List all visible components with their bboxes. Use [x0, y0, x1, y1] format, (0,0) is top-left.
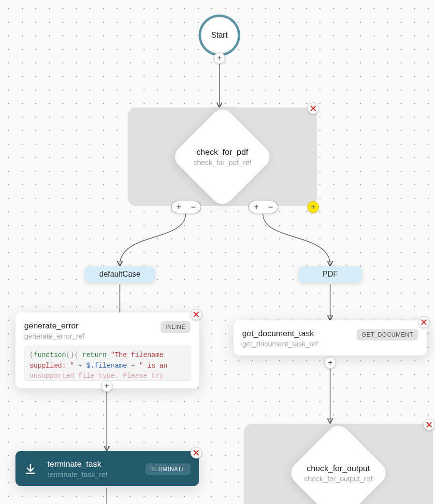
- terminate-delete-button[interactable]: [190, 447, 202, 459]
- task-ref: generate_error_ref: [24, 332, 156, 340]
- switch-ref: check_for_output_ref: [304, 474, 373, 483]
- start-add-button[interactable]: +: [214, 52, 225, 64]
- task-terminate[interactable]: terminate_task terminate_task_ref TERMIN…: [15, 451, 199, 486]
- task-type-tag: TERMINATE: [145, 463, 190, 475]
- get-document-add-button[interactable]: +: [324, 357, 336, 369]
- switch1-branch-left-controls: + −: [171, 201, 201, 213]
- inline-code-preview: (function(){ return "The filename suppli…: [24, 346, 190, 381]
- minus-icon: −: [191, 203, 196, 211]
- task-title: terminate_task: [47, 460, 141, 469]
- task-ref: get_document_task_ref: [242, 340, 352, 348]
- close-icon: [193, 450, 199, 456]
- branch-label-default[interactable]: defaultCase: [85, 266, 155, 282]
- plus-icon: +: [311, 203, 315, 211]
- start-node[interactable]: Start: [199, 15, 240, 56]
- switch-check-for-output[interactable]: check_for_output check_for_output_ref: [244, 424, 433, 504]
- get-document-delete-button[interactable]: [418, 316, 430, 328]
- start-label: Start: [211, 31, 228, 40]
- switch-ref: check_for_pdf_ref: [193, 158, 251, 166]
- branch-label-pdf[interactable]: PDF: [298, 266, 362, 282]
- switch1-delete-button[interactable]: [307, 103, 319, 114]
- generate-error-add-button[interactable]: +: [101, 380, 113, 392]
- branch-right-remove-button[interactable]: −: [263, 201, 278, 213]
- switch-check-for-pdf[interactable]: check_for_pdf check_for_pdf_ref: [128, 107, 317, 206]
- task-type-tag: INLINE: [160, 321, 190, 333]
- plus-icon: +: [254, 203, 259, 211]
- switch2-delete-button[interactable]: [423, 419, 435, 430]
- task-title: get_document_task: [242, 329, 352, 339]
- switch1-add-case-button[interactable]: +: [307, 201, 319, 213]
- switch-diamond: check_for_output check_for_output_ref: [287, 421, 391, 504]
- plus-icon: +: [217, 54, 221, 62]
- switch-diamond: check_for_pdf check_for_pdf_ref: [171, 105, 275, 209]
- close-icon: [426, 422, 432, 428]
- generate-error-delete-button[interactable]: [190, 309, 202, 320]
- task-ref: terminate_task_ref: [47, 470, 141, 478]
- plus-icon: +: [176, 203, 182, 211]
- task-generate-error[interactable]: generate_error generate_error_ref INLINE…: [15, 312, 199, 388]
- task-type-tag: GET_DOCUMENT: [357, 329, 418, 341]
- switch1-branch-right-controls: + −: [248, 201, 278, 213]
- branch-right-add-button[interactable]: +: [249, 201, 263, 213]
- switch-title: check_for_output: [304, 464, 373, 474]
- minus-icon: −: [268, 203, 274, 211]
- branch-left-remove-button[interactable]: −: [186, 201, 201, 213]
- close-icon: [421, 319, 427, 325]
- task-title: generate_error: [24, 321, 156, 331]
- plus-icon: +: [104, 382, 109, 390]
- plus-icon: +: [328, 359, 332, 367]
- task-get-document[interactable]: get_document_task get_document_task_ref …: [233, 320, 427, 356]
- branch-left-add-button[interactable]: +: [172, 201, 186, 213]
- close-icon: [193, 311, 199, 317]
- terminate-icon: [24, 463, 37, 475]
- close-icon: [310, 105, 316, 111]
- workflow-canvas[interactable]: Start + check_for_pdf check_for_pdf_ref …: [0, 0, 435, 504]
- switch-title: check_for_pdf: [193, 148, 251, 157]
- chip-text: PDF: [322, 270, 338, 278]
- chip-text: defaultCase: [99, 270, 140, 278]
